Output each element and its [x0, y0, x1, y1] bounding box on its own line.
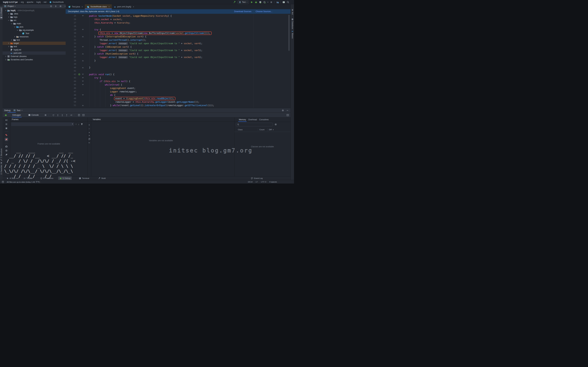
fold-marker-icon[interactable] — [82, 15, 84, 17]
close-icon[interactable]: × — [82, 6, 83, 8]
view-breakpoints-icon[interactable] — [5, 134, 8, 136]
tree-item-org-example[interactable]: org.example — [3, 28, 66, 32]
thread-dropdown[interactable]: ▾ — [11, 122, 74, 126]
project-tree[interactable]: log4j~/d4m1ts/java/log4j.idealogssrcmain… — [3, 9, 66, 61]
fold-marker-icon[interactable] — [82, 73, 84, 75]
status-item-3[interactable]: 4 spaces — [269, 181, 277, 183]
step-into-icon[interactable] — [57, 114, 59, 116]
fold-marker-icon[interactable] — [82, 94, 84, 96]
step-out-icon[interactable] — [65, 114, 68, 116]
chevron-down-icon[interactable] — [8, 19, 10, 21]
chevron-down-icon[interactable] — [10, 22, 13, 25]
fold-marker-icon[interactable] — [82, 83, 84, 86]
up-arrow-icon[interactable]: ↑ — [76, 123, 77, 125]
coverage-shield-icon[interactable] — [259, 1, 261, 3]
hamburger-icon[interactable] — [44, 114, 47, 116]
stripe-button-maven[interactable]: mMaven — [291, 30, 294, 39]
fold-marker-icon[interactable] — [82, 28, 84, 31]
down-arrow-icon[interactable]: ↓ — [78, 123, 79, 125]
fold-marker-icon[interactable] — [82, 53, 84, 55]
fold-marker-icon[interactable] — [82, 80, 84, 83]
mute-breakpoints-icon[interactable] — [5, 138, 8, 141]
fold-marker-icon[interactable] — [82, 46, 84, 48]
chevron-right-icon[interactable] — [10, 39, 13, 41]
chevron-down-icon[interactable] — [5, 9, 7, 12]
stop-icon[interactable] — [5, 127, 8, 130]
chevron-right-icon[interactable] — [8, 42, 10, 44]
breadcrumb-item[interactable]: log4j-1.2.17.jar — [3, 1, 18, 3]
status-item-2[interactable]: UTF-8 — [261, 181, 266, 183]
tree-item-target[interactable]: target — [3, 42, 66, 45]
toolwindow-button-4-run[interactable]: 4: Run — [5, 176, 17, 180]
breadcrumb-item[interactable]: net — [44, 1, 46, 3]
layout-icon[interactable] — [82, 114, 85, 116]
editor-tab-socketnode-class[interactable]: CSocketNode.class× — [85, 4, 112, 9]
debug-session-tab[interactable]: Test × — [13, 109, 23, 112]
chevron-right-icon[interactable] — [8, 45, 10, 48]
chevron-right-icon[interactable] — [8, 16, 10, 18]
tree-item-test[interactable]: CTest — [3, 32, 66, 35]
tree-item-main[interactable]: main — [3, 22, 66, 25]
stop-disabled-icon[interactable] — [270, 1, 273, 3]
breadcrumb-item[interactable]: SocketNode — [52, 1, 64, 3]
evaluate-icon[interactable] — [78, 114, 80, 116]
memory-tab-memory[interactable]: Memory — [239, 117, 246, 122]
tree-item-test[interactable]: test — [3, 45, 66, 48]
gear-icon[interactable] — [282, 109, 284, 112]
chevron-right-icon[interactable] — [8, 13, 10, 15]
tree-item-scratches-and-consoles[interactable]: Scratches and Consoles — [3, 58, 66, 61]
tree-item-resources[interactable]: resources — [3, 35, 66, 38]
collapse-all-icon[interactable] — [55, 5, 57, 7]
stripe-button-2-favorites[interactable]: 2: Favorites — [0, 162, 3, 175]
debug-tab-console[interactable]: Console — [27, 113, 39, 117]
tree-item-test[interactable]: test — [3, 38, 66, 42]
toolwindow-button-5-debug[interactable]: 5: Debug — [58, 176, 72, 180]
stripe-button-ant[interactable]: Ant — [291, 9, 294, 15]
gear-icon[interactable] — [59, 5, 62, 7]
fold-marker-icon[interactable] — [82, 77, 84, 79]
search-icon[interactable] — [287, 1, 289, 3]
fold-marker-icon[interactable] — [82, 35, 84, 38]
toolwindow-button-todo[interactable]: TODO — [22, 176, 33, 180]
layout-icon[interactable] — [286, 114, 289, 116]
breadcrumb-item[interactable]: org — [21, 1, 24, 3]
code-editor[interactable]: 25public SocketNode(Socket socket, Logge… — [66, 14, 291, 108]
banner-link-download-sources[interactable]: Download Sources — [234, 10, 251, 13]
fold-marker-icon[interactable] — [82, 104, 84, 107]
stripe-button-database[interactable]: Database — [291, 18, 294, 29]
memory-column-class[interactable]: Class — [234, 129, 258, 131]
editor-area[interactable]: CTest.java×CSocketNode.class×mpom.xml (l… — [66, 4, 291, 108]
fold-marker-icon[interactable] — [82, 59, 84, 62]
stripe-button-7-structure[interactable]: 7: Structure — [0, 149, 3, 161]
status-item-0[interactable]: 19:14 — [248, 181, 252, 183]
breadcrumb[interactable]: log4j-1.2.17.jar›org›apache›log4j›net›CS… — [3, 1, 64, 3]
project-structure-icon[interactable] — [276, 1, 279, 3]
event-log-button[interactable]: Event Log — [251, 177, 263, 179]
debug-tab-debugger[interactable]: Debugger — [12, 113, 22, 117]
close-icon[interactable]: × — [108, 6, 110, 8]
breadcrumb-item[interactable]: apache — [26, 1, 33, 3]
tree-item--idea[interactable]: .idea — [3, 12, 66, 15]
thread-dump-icon[interactable] — [5, 145, 8, 148]
copy-icon[interactable] — [88, 138, 90, 140]
locate-target-icon[interactable] — [50, 5, 52, 7]
banner-link-choose-sources-[interactable]: Choose Sources... — [256, 10, 273, 13]
tree-item-src[interactable]: src — [3, 19, 66, 22]
memory-search-field[interactable] — [236, 123, 273, 126]
pause-icon[interactable] — [5, 123, 8, 125]
chevron-right-icon[interactable] — [5, 58, 7, 61]
run-anything-icon[interactable] — [283, 1, 285, 3]
build-hammer-icon[interactable] — [233, 1, 236, 3]
tree-item-logs[interactable]: logs — [3, 15, 66, 19]
memory-column-diff[interactable]: Diff▾ — [268, 129, 291, 131]
editor-tab-pom-xml-log4j-[interactable]: mpom.xml (log4j)× — [112, 4, 136, 9]
toolwindow-button-terminal[interactable]: Terminal — [78, 176, 90, 180]
step-over-icon[interactable] — [52, 114, 55, 116]
memory-column-count[interactable]: Count — [258, 129, 268, 131]
tree-item-external-libraries[interactable]: External Libraries — [3, 55, 66, 58]
toolwindow-button-6-problems[interactable]: 6: Problems — [39, 176, 55, 180]
close-icon[interactable]: × — [21, 109, 23, 112]
chevron-down-icon[interactable] — [17, 29, 19, 31]
chevron-down-icon[interactable] — [13, 26, 16, 28]
editor-scrollbar[interactable] — [288, 15, 290, 51]
